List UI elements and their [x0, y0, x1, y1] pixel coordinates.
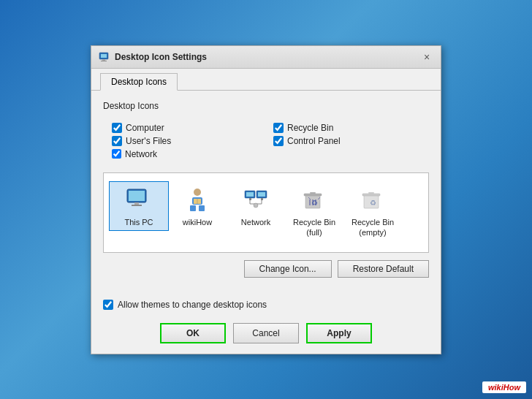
svg-rect-12 [190, 205, 196, 211]
checkbox-computer-input[interactable] [112, 123, 122, 133]
svg-rect-23 [310, 192, 316, 194]
checkbox-recycle-bin-label: Recycle Bin [287, 123, 333, 133]
title-bar-left: Desktop Icon Settings [99, 51, 207, 63]
checkbox-recycle-bin: Recycle Bin [273, 123, 420, 133]
svg-rect-7 [132, 205, 142, 206]
checkbox-network-label: Network [125, 149, 157, 159]
title-bar: Desktop Icon Settings × [91, 46, 441, 69]
close-button[interactable]: × [420, 50, 433, 64]
svg-rect-22 [304, 194, 322, 196]
icon-recycle-bin-empty[interactable]: ♻ Recycle Bin(empty) [343, 182, 402, 241]
this-pc-icon [124, 185, 153, 214]
svg-rect-3 [101, 61, 107, 61]
icons-container: This PC wikiHow [103, 172, 429, 253]
final-buttons-row: OK Cancel Apply [91, 317, 441, 354]
checkboxes-area: Computer Recycle Bin User's Files Contro… [103, 117, 429, 165]
svg-text:♻: ♻ [370, 199, 376, 207]
tab-bar: Desktop Icons [91, 69, 441, 91]
checkbox-control-panel-input[interactable] [273, 136, 284, 146]
icon-recycle-bin-full[interactable]: ♻ Recycle Bin(full) [285, 182, 343, 241]
svg-rect-13 [199, 205, 205, 211]
svg-rect-2 [102, 59, 105, 61]
checkbox-users-files: User's Files [112, 136, 259, 146]
checkbox-control-panel-label: Control Panel [287, 136, 341, 146]
checkbox-grid: Computer Recycle Bin User's Files Contro… [112, 123, 420, 146]
ok-button[interactable]: OK [160, 323, 226, 343]
icon-recycle-bin-empty-label: Recycle Bin(empty) [352, 217, 394, 238]
dialog-icon [99, 51, 110, 63]
checkbox-control-panel: Control Panel [273, 136, 420, 146]
tab-desktop-icons[interactable]: Desktop Icons [100, 73, 178, 91]
icon-network-label: Network [241, 217, 270, 227]
recycle-bin-empty-icon: ♻ [358, 185, 387, 214]
network-icon [241, 185, 270, 214]
recycle-bin-full-icon: ♻ [300, 185, 329, 214]
content-area: Desktop Icons Computer Recycle Bin User'… [91, 91, 441, 295]
icon-this-pc-label: This PC [124, 217, 153, 227]
icon-wikihow[interactable]: wikiHow [168, 182, 227, 230]
dialog-window: Desktop Icon Settings × Desktop Icons De… [91, 45, 441, 354]
wikihow-badge: wikiHow [482, 381, 526, 393]
svg-point-20 [254, 203, 258, 208]
checkbox-computer: Computer [112, 123, 259, 133]
checkbox-network-row: Network [112, 149, 420, 159]
svg-rect-18 [258, 192, 265, 197]
restore-default-button[interactable]: Restore Default [338, 260, 429, 278]
svg-point-8 [194, 189, 201, 196]
icon-recycle-bin-full-label: Recycle Bin(full) [293, 217, 335, 238]
svg-rect-15 [246, 192, 254, 197]
wikihow-icon [183, 185, 212, 214]
icon-this-pc[interactable]: This PC [110, 182, 168, 230]
svg-rect-1 [101, 54, 107, 58]
apply-button[interactable]: Apply [306, 323, 372, 343]
checkbox-network-input[interactable] [112, 149, 121, 159]
change-icon-button[interactable]: Change Icon... [244, 260, 332, 278]
svg-rect-6 [134, 202, 139, 205]
cancel-button[interactable]: Cancel [233, 323, 299, 343]
svg-rect-5 [129, 191, 145, 201]
section-label: Desktop Icons [103, 101, 429, 111]
checkbox-computer-label: Computer [126, 123, 164, 133]
allow-themes-label: Allow themes to change desktop icons [118, 300, 267, 310]
svg-rect-27 [368, 192, 374, 194]
icon-network[interactable]: Network [227, 182, 285, 230]
allow-themes-checkbox[interactable] [103, 300, 113, 310]
svg-text:♻: ♻ [311, 199, 318, 207]
checkbox-users-files-label: User's Files [126, 136, 171, 146]
icon-action-buttons: Change Icon... Restore Default [103, 260, 429, 278]
svg-rect-26 [362, 194, 380, 196]
dialog-title: Desktop Icon Settings [115, 52, 207, 62]
icon-wikihow-label: wikiHow [183, 217, 212, 227]
checkbox-users-files-input[interactable] [112, 136, 122, 146]
allow-themes-row: Allow themes to change desktop icons [91, 295, 441, 317]
checkbox-recycle-bin-input[interactable] [273, 123, 284, 133]
